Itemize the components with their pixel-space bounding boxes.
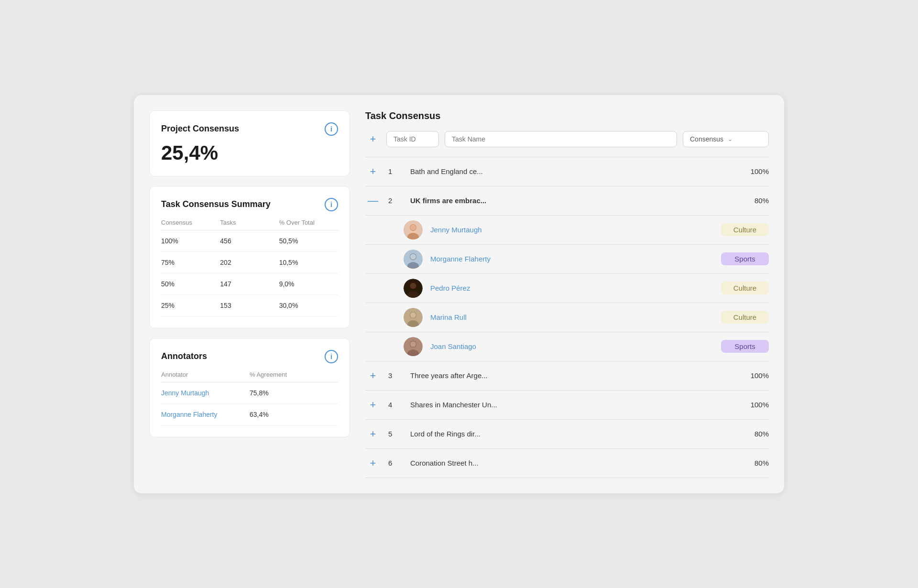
task-divider-end	[365, 478, 769, 478]
project-consensus-value: 25,4%	[161, 142, 338, 164]
task-consensus-4: 100%	[740, 401, 769, 409]
summary-r2-over-total: 10,5%	[279, 259, 338, 266]
badge-marina: Culture	[721, 311, 769, 324]
task-name-2: UK firms are embrac...	[410, 196, 732, 205]
annotator-detail-name-marina[interactable]: Marina Rull	[430, 313, 713, 321]
task-consensus-6: 80%	[740, 459, 769, 467]
summary-row-1: 100% 456 50,5%	[161, 230, 338, 252]
task-consensus-summary-card: Task Consensus Summary i Consensus Tasks…	[149, 186, 350, 328]
task-id-2: 2	[388, 196, 403, 205]
task-summary-info-icon[interactable]: i	[325, 198, 338, 211]
summary-r1-consensus: 100%	[161, 237, 220, 245]
task-name-1: Bath and England ce...	[410, 167, 732, 175]
svg-point-11	[410, 283, 416, 289]
summary-row-4: 25% 153 30,0%	[161, 295, 338, 316]
annotator-detail-marina: Marina Rull Culture	[365, 303, 769, 332]
chevron-down-icon: ⌄	[728, 136, 762, 142]
annotator-detail-joan: Joan Santiago Sports	[365, 332, 769, 361]
annotator-detail-name-joan[interactable]: Joan Santiago	[430, 342, 713, 350]
task-consensus-2: 80%	[740, 196, 769, 205]
task-summary-title: Task Consensus Summary	[161, 199, 271, 209]
task-id-4: 4	[388, 401, 403, 409]
task-row-1: + 1 Bath and England ce... 100%	[365, 157, 769, 186]
task-consensus-1: 100%	[740, 167, 769, 175]
task-consensus-3: 100%	[740, 371, 769, 380]
task-name-4: Shares in Manchester Un...	[410, 401, 732, 409]
project-consensus-title: Project Consensus	[161, 124, 239, 134]
task-summary-header: Task Consensus Summary i	[161, 198, 338, 211]
avatar-marina	[404, 308, 423, 327]
summary-table-header: Consensus Tasks % Over Total	[161, 219, 338, 230]
avatar-jenny	[404, 220, 423, 240]
svg-point-19	[410, 341, 416, 347]
annotator-detail-name-morganne[interactable]: Morganne Flaherty	[430, 255, 713, 263]
task-toggle-3[interactable]: +	[365, 368, 381, 383]
task-id-6: 6	[388, 459, 403, 467]
task-id-5: 5	[388, 430, 403, 438]
task-toggle-5[interactable]: +	[365, 426, 381, 442]
badge-jenny: Culture	[721, 223, 769, 236]
task-row-5: + 5 Lord of the Rings dir... 80%	[365, 420, 769, 448]
annotator-row-morganne: Morganne Flaherty 63,4%	[161, 404, 338, 425]
summary-col-over-total: % Over Total	[279, 219, 338, 226]
svg-point-7	[410, 254, 416, 260]
avatar-joan	[404, 337, 423, 356]
annotators-col-agreement: % Agreement	[250, 371, 338, 378]
task-toggle-1[interactable]: +	[365, 164, 381, 179]
task-name-5: Lord of the Rings dir...	[410, 430, 732, 438]
task-row-4: + 4 Shares in Manchester Un... 100%	[365, 391, 769, 419]
task-row-2: — 2 UK firms are embrac... 80%	[365, 186, 769, 215]
summary-row-2: 75% 202 10,5%	[161, 252, 338, 273]
annotator-row-jenny: Jenny Murtaugh 75,8%	[161, 382, 338, 404]
task-toggle-2[interactable]: —	[365, 193, 381, 208]
avatar-morganne	[404, 250, 423, 269]
annotators-info-icon[interactable]: i	[325, 350, 338, 363]
summary-r2-consensus: 75%	[161, 259, 220, 266]
summary-r4-consensus: 25%	[161, 302, 220, 309]
annotators-table-header: Annotator % Agreement	[161, 371, 338, 382]
task-toggle-4[interactable]: +	[365, 397, 381, 413]
project-consensus-card: Project Consensus i 25,4%	[149, 110, 350, 176]
filter-bar: + Consensus ⌄	[365, 131, 769, 147]
badge-pedro: Culture	[721, 282, 769, 294]
task-name-3: Three years after Arge...	[410, 371, 732, 380]
task-toggle-6[interactable]: +	[365, 456, 381, 471]
avatar-pedro	[404, 279, 423, 298]
svg-point-3	[410, 225, 416, 230]
annotator-detail-name-pedro[interactable]: Pedro Pérez	[430, 284, 713, 292]
svg-point-15	[410, 312, 416, 318]
task-name-6: Coronation Street h...	[410, 459, 732, 467]
add-filter-button[interactable]: +	[365, 131, 381, 147]
annotators-col-name: Annotator	[161, 371, 250, 378]
task-id-3: 3	[388, 371, 403, 380]
project-consensus-info-icon[interactable]: i	[325, 122, 338, 136]
annotators-card: Annotators i Annotator % Agreement Jenny…	[149, 338, 350, 437]
summary-table: Consensus Tasks % Over Total 100% 456 50…	[161, 219, 338, 316]
summary-col-consensus: Consensus	[161, 219, 220, 226]
task-row-3: + 3 Three years after Arge... 100%	[365, 361, 769, 390]
annotators-table: Annotator % Agreement Jenny Murtaugh 75,…	[161, 371, 338, 425]
badge-morganne: Sports	[721, 252, 769, 265]
annotators-header: Annotators i	[161, 350, 338, 363]
task-id-input[interactable]	[386, 131, 439, 147]
summary-r1-over-total: 50,5%	[279, 237, 338, 245]
summary-r3-consensus: 50%	[161, 280, 220, 288]
task-name-input[interactable]	[445, 131, 677, 147]
summary-r3-over-total: 9,0%	[279, 280, 338, 288]
task-list: + 1 Bath and England ce... 100% — 2 UK f…	[365, 157, 769, 478]
task-id-1: 1	[388, 167, 403, 175]
summary-r3-tasks: 147	[220, 280, 279, 288]
project-consensus-header: Project Consensus i	[161, 122, 338, 136]
summary-r4-over-total: 30,0%	[279, 302, 338, 309]
summary-r4-tasks: 153	[220, 302, 279, 309]
annotator-detail-morganne: Morganne Flaherty Sports	[365, 245, 769, 273]
summary-r2-tasks: 202	[220, 259, 279, 266]
summary-col-tasks: Tasks	[220, 219, 279, 226]
annotator-detail-name-jenny[interactable]: Jenny Murtaugh	[430, 226, 713, 234]
consensus-filter-select[interactable]: Consensus ⌄	[683, 131, 769, 147]
annotator-name-jenny[interactable]: Jenny Murtaugh	[161, 389, 250, 397]
right-panel: Task Consensus + Consensus ⌄ + 1 Bath an…	[365, 110, 769, 478]
task-row-6: + 6 Coronation Street h... 80%	[365, 449, 769, 478]
annotator-name-morganne[interactable]: Morganne Flaherty	[161, 411, 250, 418]
task-consensus-title: Task Consensus	[365, 110, 769, 121]
